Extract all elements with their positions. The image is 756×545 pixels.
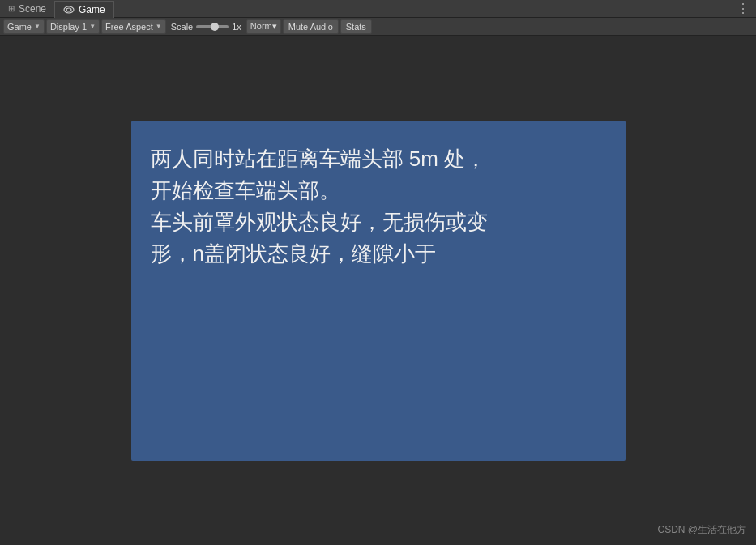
scale-slider-thumb <box>211 23 219 31</box>
game-dropdown[interactable]: Game ▼ <box>3 19 45 34</box>
game-dropdown-arrow: ▼ <box>34 23 41 30</box>
watermark: CSDN @生活在他方 <box>657 523 746 537</box>
game-icon <box>63 6 75 14</box>
aspect-dropdown[interactable]: Free Aspect ▼ <box>101 19 166 34</box>
tab-game[interactable]: Game <box>54 1 114 18</box>
more-menu-button[interactable]: ⋮ <box>730 1 756 16</box>
norm-dropdown-label: Norm▾ <box>250 21 277 32</box>
svg-point-0 <box>64 6 74 13</box>
scale-slider[interactable] <box>196 25 229 28</box>
display-dropdown-label: Display 1 <box>50 22 87 32</box>
scale-control: Scale 1x <box>168 22 245 32</box>
content-line-4: 形，n盖闭状态良好，缝隙小于 <box>151 238 606 270</box>
content-line-3: 车头前罩外观状态良好，无损伤或变 <box>151 207 606 238</box>
tab-game-label: Game <box>79 4 105 15</box>
content-card: 两人同时站在距离车端头部 5m 处， 开始检查车端头部。 车头前罩外观状态良好，… <box>131 121 626 461</box>
stats-button[interactable]: Stats <box>340 19 372 34</box>
toolbar: Game ▼ Display 1 ▼ Free Aspect ▼ Scale 1… <box>0 18 756 36</box>
scale-label: Scale <box>171 22 194 32</box>
aspect-dropdown-arrow: ▼ <box>156 23 162 30</box>
tab-scene-label: Scene <box>19 3 46 15</box>
tab-bar: ⊞ Scene Game ⋮ <box>0 0 756 18</box>
content-text: 两人同时站在距离车端头部 5m 处， 开始检查车端头部。 车头前罩外观状态良好，… <box>151 143 606 270</box>
svg-point-1 <box>66 8 71 11</box>
watermark-text: CSDN @生活在他方 <box>657 524 746 535</box>
mute-audio-button[interactable]: Mute Audio <box>283 19 339 34</box>
game-view: 两人同时站在距离车端头部 5m 处， 开始检查车端头部。 车头前罩外观状态良好，… <box>0 36 756 545</box>
norm-dropdown[interactable]: Norm▾ <box>246 19 281 34</box>
display-dropdown[interactable]: Display 1 ▼ <box>46 19 100 34</box>
stats-label: Stats <box>346 22 366 32</box>
mute-audio-label: Mute Audio <box>288 22 333 32</box>
tab-scene[interactable]: ⊞ Scene <box>0 0 54 17</box>
content-line-1: 两人同时站在距离车端头部 5m 处， <box>151 143 606 175</box>
grid-icon: ⊞ <box>8 4 15 13</box>
content-line-2: 开始检查车端头部。 <box>151 175 606 207</box>
display-dropdown-arrow: ▼ <box>89 23 96 30</box>
aspect-dropdown-label: Free Aspect <box>105 22 153 32</box>
game-dropdown-label: Game <box>7 22 32 32</box>
more-icon: ⋮ <box>737 2 750 15</box>
scale-value: 1x <box>232 22 241 32</box>
